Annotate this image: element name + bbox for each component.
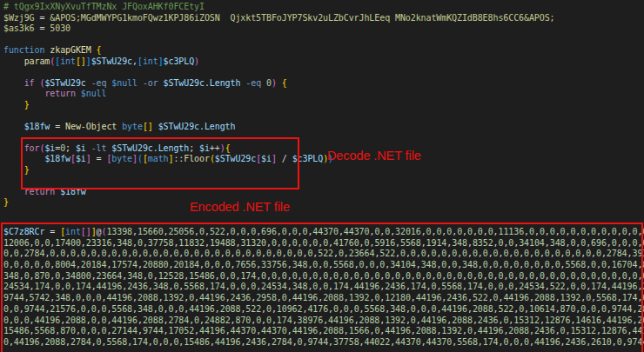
code-line: if ($STwU29c -eq $null -or $STwU29c.Leng… — [3, 78, 644, 90]
code-line: 0,0,9744,21576,0,0,0,5568,348,0,0,0,4419… — [3, 304, 644, 315]
code-line: 15486,5568,870,0,0,0,27144,9744,17052,44… — [3, 326, 644, 337]
code-line: 0,0,0,44196,2088,0,0,44196,2088,2784,0,2… — [3, 315, 644, 327]
code-line: } — [3, 100, 644, 111]
code-line: $18fw[$i] = [byte]([math]::Floor($STwU29… — [3, 154, 644, 165]
code-line: $Wzj9G = &APOS;MGdMWYPG1kmoFQwz1KPJ86iZO… — [3, 13, 644, 24]
powershell-decoder-code: # tQgx9IxXNyXvuTfTMzNx JFQoxAHKf0FCEtyI$… — [3, 2, 644, 209]
encoded-annotation-label: Encoded .NET file — [190, 200, 290, 214]
code-line: 348,0,870,0,34800,23664,348,0,12528,1548… — [3, 271, 644, 282]
code-line: for($i=0; $i -lt $STwU29c.Length; $i++){ — [3, 143, 644, 155]
code-line — [3, 176, 644, 187]
code-line: 24534,174,0,0,174,44196,2436,348,0,5568,… — [3, 282, 644, 293]
code-line: $C7z8RCr = [int[]]@(13398,15660,25056,0,… — [3, 227, 644, 238]
code-line: return $null — [3, 89, 644, 100]
code-line: 12006,0,0,17400,23316,348,0,37758,11832,… — [3, 238, 644, 249]
code-line: $18fw = New-Object byte[] $STwU29c.Lengt… — [3, 122, 644, 133]
code-line: param([int[]]$STwU29c,[int]$c3PLQ) — [3, 56, 644, 68]
code-line — [3, 67, 644, 78]
code-line — [3, 35, 644, 46]
code-line: 0,0,0,0,0,8004,20184,17574,20880,20184,0… — [3, 260, 644, 271]
code-line: # tQgx9IxXNyXvuTfTMzNx JFQoxAHKf0FCEtyI — [3, 2, 644, 13]
code-line: return $18fw — [3, 187, 644, 198]
code-line: $as3k6 = 5030 — [3, 23, 644, 35]
code-line: } — [3, 197, 644, 209]
code-line: } — [3, 165, 644, 176]
code-line: function zkapGKEM { — [3, 45, 644, 56]
code-editor[interactable]: # tQgx9IxXNyXvuTfTMzNx JFQoxAHKf0FCEtyI$… — [0, 0, 644, 352]
code-line: 9744,5742,348,0,0,0,44196,2088,1392,0,44… — [3, 293, 644, 304]
code-line — [3, 110, 644, 122]
code-line — [3, 132, 644, 143]
code-line: 0,44196,2088,2784,0,5568,174,0,0,0,15486… — [3, 337, 644, 349]
decode-annotation-label: Decode .NET file — [327, 149, 421, 163]
code-line: 0,0,2784,0,0,0,0,0,0,0,0,0,0,0,0,0,0,0,0… — [3, 249, 644, 260]
encoded-net-byte-array: $C7z8RCr = [int[]]@(13398,15660,25056,0,… — [3, 227, 644, 349]
